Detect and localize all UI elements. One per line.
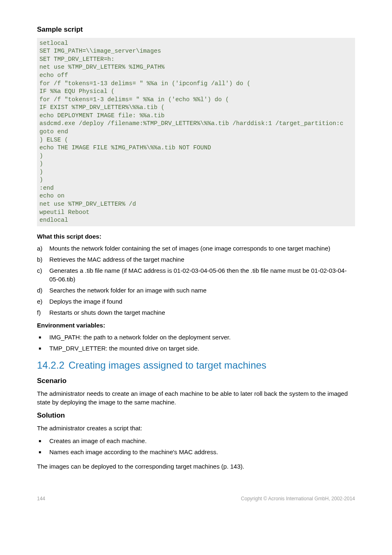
section-number: 14.2.2 [37,360,65,371]
list-text: Mounts the network folder containing the… [49,245,330,252]
list-item: d)Searches the network folder for an ima… [37,286,355,295]
code-line: for /f "tokens=1-13 delims= " %%a in ('i… [39,80,353,88]
what-this-script-does-heading: What this script does: [37,232,355,241]
list-item: a)Mounts the network folder containing t… [37,244,355,253]
closing-paragraph: The images can be deployed to the corres… [37,462,355,471]
code-line: IF %%a EQU Physical ( [39,88,353,96]
page-footer: 144 Copyright © Acronis International Gm… [37,495,355,502]
section-title: Creating images assigned to target machi… [69,360,267,371]
code-line: SET TMP_DRV_LETTER=h: [39,56,353,64]
list-item: Creates an image of each machine. [37,437,355,445]
code-block: setlocalSET IMG_PATH=\\image_server\imag… [37,38,355,226]
list-marker: c) [37,266,47,275]
code-line: ) [39,160,353,168]
code-line: net use %TMP_DRV_LETTER% /d [39,200,353,209]
solution-intro: The administrator creates a script that: [37,424,355,432]
list-item: f)Restarts or shuts down the target mach… [37,308,355,317]
list-text: Searches the network folder for an image… [49,287,207,294]
list-item: Names each image according to the machin… [37,448,355,456]
list-marker: e) [37,297,47,306]
code-line: endlocal [39,216,353,225]
code-line: echo on [39,192,353,200]
list-item: c)Generates a .tib file name (if MAC add… [37,266,355,283]
list-item: b)Retrieves the MAC address of the targe… [37,255,355,264]
list-item: e)Deploys the image if found [37,297,355,306]
scenario-heading: Scenario [37,376,355,386]
code-line: wpeutil Reboot [39,209,353,217]
list-item: IMG_PATH: the path to a network folder o… [37,333,355,341]
list-text: Generates a .tib file name (if MAC addre… [49,267,347,283]
code-line: goto end [39,128,353,136]
env-vars-list: IMG_PATH: the path to a network folder o… [37,333,355,353]
code-line: asdcmd.exe /deploy /filename:%TMP_DRV_LE… [39,120,353,128]
code-line: IF EXIST %TMP_DRV_LETTER%\%%a.tib ( [39,104,353,112]
code-line: net use %TMP_DRV_LETTER% %IMG_PATH% [39,63,353,72]
sample-script-heading: Sample script [37,25,355,35]
list-marker: b) [37,255,47,264]
environment-variables-heading: Environment variables: [37,321,355,330]
code-line: ) ELSE ( [39,136,353,144]
solution-heading: Solution [37,411,355,420]
list-marker: a) [37,244,47,253]
scenario-body: The administrator needs to create an ima… [37,389,355,406]
page-number: 144 [37,495,45,502]
code-line: for /f "tokens=1-3 delims= " %%a in ('ec… [39,96,353,104]
list-text: Deploys the image if found [49,298,122,305]
section-heading: 14.2.2Creating images assigned to target… [37,358,355,372]
code-line: echo DEPLOYMENT IMAGE file: %%a.tib [39,112,353,120]
code-line: ) [39,168,353,176]
list-marker: d) [37,286,47,295]
code-line: echo off [39,72,353,80]
list-text: Retrieves the MAC address of the target … [49,256,184,263]
list-text: Restarts or shuts down the target machin… [49,309,165,316]
code-line: echo THE IMAGE FILE %IMG_PATH%\%%a.tib N… [39,144,353,152]
lettered-list: a)Mounts the network folder containing t… [37,244,355,317]
code-line: setlocal [39,39,353,48]
solution-list: Creates an image of each machine.Names e… [37,437,355,456]
list-item: TMP_DRV_LETTER: the mounted drive on tar… [37,344,355,353]
code-line: :end [39,184,353,193]
code-line: ) [39,176,353,184]
code-line: SET IMG_PATH=\\image_server\images [39,47,353,56]
code-line: ) [39,152,353,160]
copyright: Copyright © Acronis International GmbH, … [241,495,355,502]
list-marker: f) [37,308,47,317]
